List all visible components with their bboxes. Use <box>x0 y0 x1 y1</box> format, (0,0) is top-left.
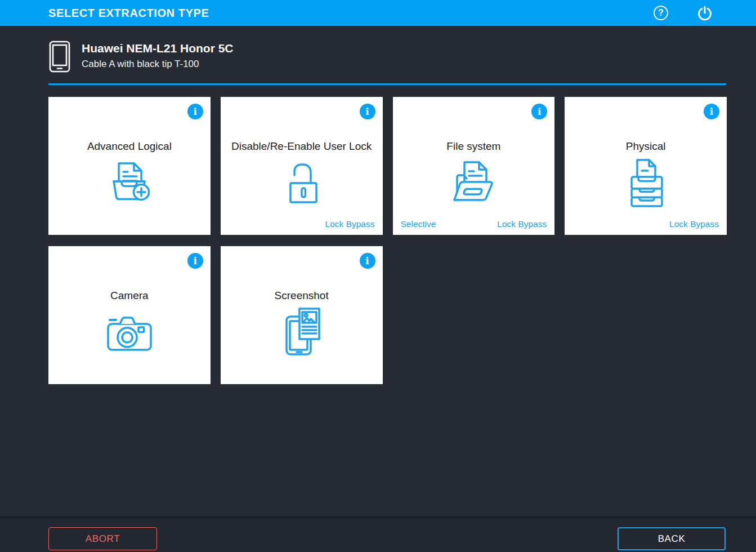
info-icon[interactable]: i <box>531 104 547 119</box>
abort-button[interactable]: ABORT <box>48 527 157 550</box>
card-disable-user-lock[interactable]: i Disable/Re-Enable User Lock Lock Bypas… <box>221 97 383 235</box>
footer-bar: ABORT BACK <box>0 517 756 552</box>
phone-screenshot-icon <box>221 302 383 359</box>
card-advanced-logical[interactable]: i Advanced Logical <box>48 97 211 235</box>
folder-document-icon <box>393 153 555 210</box>
info-icon[interactable]: i <box>187 104 203 119</box>
title-bar: SELECT EXTRACTION TYPE ? <box>0 0 756 26</box>
card-title: Camera <box>48 290 211 302</box>
info-icon[interactable]: i <box>187 253 203 269</box>
help-icon[interactable]: ? <box>653 5 669 21</box>
lock-bypass-label: Lock Bypass <box>497 219 547 229</box>
smartphone-icon <box>49 41 70 73</box>
info-icon[interactable]: i <box>360 253 375 269</box>
card-physical[interactable]: i Physical Lock Bypass <box>565 97 727 235</box>
page-title: SELECT EXTRACTION TYPE <box>48 0 209 26</box>
card-title: Physical <box>565 140 727 153</box>
info-icon[interactable]: i <box>704 104 719 119</box>
camera-icon <box>48 302 211 359</box>
card-camera[interactable]: i Camera <box>48 246 211 384</box>
drawer-stack-icon <box>565 153 727 210</box>
card-title: Advanced Logical <box>48 140 211 153</box>
tray-plus-icon <box>48 153 211 210</box>
lock-bypass-label: Lock Bypass <box>669 219 719 229</box>
card-file-system[interactable]: i File system Selective Lock Bypass <box>393 97 555 235</box>
device-cable-info: Cable A with black tip T-100 <box>82 59 234 70</box>
lock-bypass-label: Lock Bypass <box>325 219 375 229</box>
extraction-type-window: SELECT EXTRACTION TYPE ? Huawei NEM-L21 … <box>0 0 756 552</box>
card-screenshot[interactable]: i Screenshot <box>221 246 383 384</box>
extraction-cards-grid: i Advanced Logical i Disable/Re-Enable U… <box>48 97 727 384</box>
card-title: File system <box>393 140 555 153</box>
selective-label: Selective <box>401 219 436 229</box>
power-icon[interactable] <box>697 5 713 21</box>
device-name: Huawei NEM-L21 Honor 5C <box>82 42 234 55</box>
card-title: Disable/Re-Enable User Lock <box>221 140 383 153</box>
info-icon[interactable]: i <box>360 104 375 119</box>
device-header: Huawei NEM-L21 Honor 5C Cable A with bla… <box>49 41 234 73</box>
header-divider <box>48 83 726 85</box>
back-button[interactable]: BACK <box>618 527 726 550</box>
unlock-icon <box>221 153 383 210</box>
card-title: Screenshot <box>221 290 383 302</box>
